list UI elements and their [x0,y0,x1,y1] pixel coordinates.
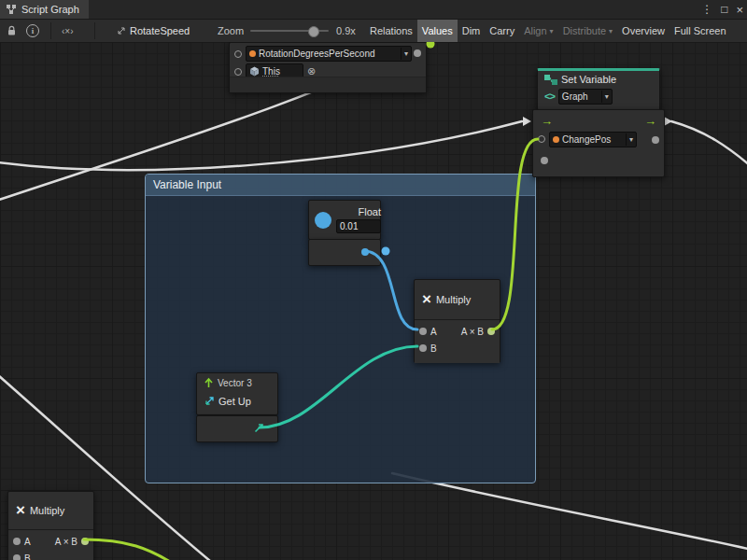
input-port-a[interactable] [13,538,21,545]
titlebar: Script Graph ⋮ □ × [0,0,747,20]
flow-output-arrow[interactable]: → [644,115,656,127]
distribute-button[interactable]: Distribute ▾ [558,20,617,42]
toolbar-buttons: Relations Values Dim Carry Align ▾ Distr… [365,20,731,42]
multiply-icon: × [16,502,25,518]
zoom-value: 0.9x [336,20,356,42]
variable-dot [249,50,256,57]
align-button[interactable]: Align ▾ [519,20,557,42]
input-port[interactable] [234,50,242,58]
wire-green-top [430,42,446,44]
float-port-strip [308,239,381,266]
scope-dropdown[interactable]: Graph ▾ [558,89,613,105]
node-title: Multiply [30,505,64,516]
lock-icon[interactable] [7,20,17,42]
output-port-result[interactable] [487,328,495,335]
flow-wire-arrow-in [523,117,531,126]
info-icon[interactable]: i [26,20,39,42]
input-port[interactable] [538,135,545,143]
type-label: Vector 3 [218,378,252,388]
node-title: Float [359,206,381,217]
full-screen-button[interactable]: Full Screen [669,20,731,42]
vector3-icon [204,377,214,388]
value-dot-green [427,42,435,49]
tab-script-graph[interactable]: Script Graph [0,0,89,19]
output-port-result[interactable] [81,538,89,545]
graph-name[interactable]: RotateSpeed [130,20,190,42]
dim-button[interactable]: Dim [458,20,486,42]
node-title: Multiply [436,294,471,305]
wire-green-bottom [84,539,177,560]
kind-icon: <> [544,91,555,102]
output-port[interactable] [414,49,421,57]
input-port[interactable] [234,68,242,76]
code-view-icon[interactable]: ‹×› [62,20,74,42]
graph-toolbar: i ‹×› RotateSpeed Zoom 0.9x Relations [0,20,747,43]
wire-white-5 [392,473,747,551]
relations-button[interactable]: Relations [365,20,417,42]
maximize-icon[interactable]: □ [721,3,727,16]
variable-dot [553,136,559,143]
input-port-a[interactable] [419,328,427,335]
chevron-down-icon[interactable]: ▾ [626,133,635,146]
node-get-variable[interactable]: RotationDegreesPerSecond ▾ This ⊗ [229,42,427,93]
wire-white-3 [671,121,747,171]
cube-icon [249,66,260,77]
node-title: Set Variable [561,74,616,85]
window-controls: ⋮ □ × [701,0,743,19]
variable-dropdown[interactable]: RotationDegreesPerSecond ▾ [246,46,412,62]
get-up-arrows-icon [204,396,215,407]
node-float-literal[interactable]: Float 0.01 [308,200,381,240]
chevron-down-icon: ▾ [609,27,613,35]
toolbar-separator [94,22,95,39]
wire-white-1 [0,121,522,170]
toolbar-separator [50,22,51,39]
multiply-icon: × [422,291,431,307]
vector3-port-strip [196,415,278,442]
flow-input-arrow[interactable]: → [541,115,553,127]
overview-button[interactable]: Overview [617,20,669,42]
chevron-down-icon[interactable]: ▾ [401,48,410,60]
zoom-slider-track[interactable] [250,30,329,32]
zoom-slider-handle[interactable] [308,26,319,37]
group-header[interactable]: Variable Input [146,175,535,196]
zoom-label: Zoom [218,20,244,42]
close-icon[interactable]: × [736,3,743,17]
set-variable-icon [544,75,557,85]
vector3-output-port[interactable] [253,422,265,434]
menu-icon[interactable]: ⋮ [701,3,712,16]
flow-wire-arrow-out [664,117,672,126]
output-port[interactable] [652,136,659,144]
float-value-input[interactable]: 0.01 [336,219,381,233]
input-port-b[interactable] [419,344,427,352]
variable-dropdown[interactable]: ChangePos ▾ [549,132,637,147]
script-graph-window: Script Graph ⋮ □ × i ‹×› Rota [0,0,747,560]
graph-crosshair-icon [116,20,127,42]
node-vector3-get-up[interactable]: Vector 3 Get Up [196,372,278,415]
input-port-b[interactable] [13,554,21,560]
chevron-down-icon[interactable]: ▾ [601,91,611,103]
chevron-down-icon: ▾ [550,27,554,35]
node-multiply-2[interactable]: × Multiply A A × B B [7,491,94,560]
values-button[interactable]: Values [417,20,458,42]
node-multiply[interactable]: × Multiply A A × B B [414,279,500,363]
output-port[interactable] [541,157,548,164]
float-output-port[interactable] [361,248,369,256]
graph-canvas[interactable]: Variable Input RotationDegreesPerSecond … [0,42,747,560]
node-footer [230,77,426,92]
node-set-variable[interactable]: Set Variable <> Graph ▾ → → [532,68,663,175]
float-icon [315,212,331,229]
tab-label: Script Graph [21,4,79,15]
group-title: Variable Input [153,178,221,191]
zoom-slider[interactable] [250,20,329,42]
node-title: Get Up [218,396,251,407]
carry-button[interactable]: Carry [485,20,519,42]
script-graph-icon [6,4,17,15]
